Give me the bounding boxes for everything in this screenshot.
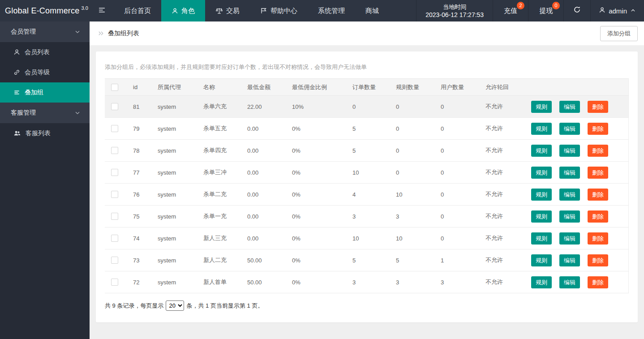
cell-min_amount: 22.00 (240, 96, 285, 118)
rule-button[interactable]: 规则 (531, 232, 552, 245)
chevron-down-icon (74, 110, 81, 116)
delete-button[interactable]: 删除 (588, 145, 608, 157)
delete-button[interactable]: 删除 (588, 232, 608, 245)
cell-id: 76 (126, 184, 151, 206)
cell-min_amount: 0.00 (240, 118, 285, 140)
sidebar-item-label: 会员等级 (25, 69, 50, 77)
rule-button[interactable]: 规则 (531, 189, 552, 201)
row-checkbox-cell (105, 227, 126, 249)
edit-button[interactable]: 编辑 (559, 101, 580, 113)
row-checkbox-cell (105, 140, 126, 162)
row-checkbox[interactable] (111, 125, 118, 132)
row-checkbox-cell (105, 271, 126, 293)
delete-button[interactable]: 删除 (588, 167, 608, 179)
cell-id: 81 (126, 96, 151, 118)
nav-item-6[interactable]: 商城 (355, 0, 389, 21)
table-header-row: id所属代理名称最低金额最低佣金比例订单数量规则数量用户数量允许轮回 (105, 79, 629, 96)
user-icon (599, 7, 605, 15)
local-time-value: 2023-06-12 17:27:53 (425, 11, 484, 19)
edit-button[interactable]: 编辑 (559, 123, 580, 135)
sidebar-item-客服列表[interactable]: 客服列表 (0, 123, 90, 143)
rule-button[interactable]: 规则 (531, 123, 552, 135)
edit-button[interactable]: 编辑 (559, 167, 580, 179)
nav-item-4[interactable]: 帮助中心 (250, 0, 308, 21)
sidebar-group-label: 会员管理 (11, 28, 36, 36)
cell-id: 77 (126, 162, 151, 184)
cell-loop: 不允许 (479, 184, 524, 206)
top-nav: 后台首页角色交易帮助中心系统管理商城 (114, 0, 389, 21)
delete-button[interactable]: 删除 (588, 189, 608, 201)
delete-button[interactable]: 删除 (588, 101, 608, 113)
nav-item-label: 后台首页 (124, 7, 151, 15)
cell-orders: 5 (346, 249, 389, 271)
admin-menu[interactable]: admin (591, 0, 644, 21)
edit-button[interactable]: 编辑 (559, 189, 580, 201)
cell-loop: 不允许 (479, 227, 524, 249)
row-checkbox[interactable] (111, 147, 118, 154)
cell-id: 73 (126, 249, 151, 271)
sidebar-item-会员列表[interactable]: 会员列表 (0, 42, 90, 62)
edit-button[interactable]: 编辑 (559, 232, 580, 245)
nav-item-5[interactable]: 系统管理 (308, 0, 355, 21)
row-checkbox[interactable] (111, 103, 118, 110)
rule-button[interactable]: 规则 (531, 101, 552, 113)
edit-button[interactable]: 编辑 (559, 210, 580, 223)
sidebar-group-2[interactable]: 客服管理 (0, 103, 90, 123)
row-checkbox-cell (105, 184, 126, 206)
cell-loop: 不允许 (479, 271, 524, 293)
nav-item-label: 角色 (181, 7, 195, 15)
table-row: 75system杀单一充0.000%330不允许规则编辑删除 (105, 206, 629, 227)
delete-button[interactable]: 删除 (588, 254, 608, 266)
row-checkbox[interactable] (111, 279, 118, 286)
link-icon (13, 69, 20, 76)
cell-agent: system (151, 227, 197, 249)
cell-min_amount: 0.00 (240, 184, 285, 206)
delete-button[interactable]: 删除 (588, 276, 608, 288)
per-page-select[interactable]: 20 (166, 300, 184, 311)
row-checkbox[interactable] (111, 235, 118, 242)
sidebar-item-会员等级[interactable]: 会员等级 (0, 62, 90, 82)
refresh-button[interactable] (564, 0, 591, 21)
cell-min_amount: 0.00 (240, 206, 285, 227)
nav-item-1[interactable]: 后台首页 (114, 0, 161, 21)
topbar-right: 当地时间 2023-06-12 17:27:53 充值 2 提现 0 admin (416, 0, 644, 21)
chevron-up-icon (630, 7, 636, 15)
nav-item-2[interactable]: 角色 (161, 0, 205, 21)
table-row: 79system杀单五充0.000%500不允许规则编辑删除 (105, 118, 629, 140)
withdraw-badge: 0 (552, 2, 560, 9)
delete-button[interactable]: 删除 (588, 210, 608, 223)
flag-icon (260, 7, 267, 14)
sidebar-group-1[interactable]: 会员管理 (0, 21, 90, 42)
table-body: 81system杀单六充22.0010%000不允许规则编辑删除79system… (105, 96, 629, 293)
sidebar-toggle-button[interactable] (90, 0, 114, 21)
sidebar-item-label: 会员列表 (25, 48, 50, 56)
cell-orders: 4 (346, 184, 389, 206)
rule-button[interactable]: 规则 (531, 167, 552, 179)
edit-button[interactable]: 编辑 (559, 145, 580, 157)
delete-button[interactable]: 删除 (588, 123, 608, 135)
edit-button[interactable]: 编辑 (559, 254, 580, 266)
select-all-checkbox[interactable] (111, 84, 118, 91)
row-checkbox[interactable] (111, 213, 118, 220)
rule-button[interactable]: 规则 (531, 145, 552, 157)
row-checkbox[interactable] (111, 191, 118, 198)
rule-button[interactable]: 规则 (531, 254, 552, 266)
user-icon (13, 49, 20, 56)
recharge-tab[interactable]: 充值 2 (493, 0, 528, 21)
row-checkbox-cell (105, 206, 126, 227)
row-checkbox[interactable] (111, 169, 118, 176)
row-checkbox[interactable] (111, 257, 118, 264)
rule-button[interactable]: 规则 (531, 276, 552, 288)
row-actions: 规则编辑删除 (524, 162, 629, 184)
cell-rules: 0 (389, 118, 434, 140)
withdraw-tab[interactable]: 提现 0 (528, 0, 564, 21)
cell-min_amount: 0.00 (240, 162, 285, 184)
cell-min_commission: 0% (285, 227, 346, 249)
edit-button[interactable]: 编辑 (559, 276, 580, 288)
rule-button[interactable]: 规则 (531, 210, 552, 223)
sidebar-item-叠加组[interactable]: 叠加组 (0, 82, 90, 103)
add-group-button[interactable]: 添加分组 (600, 26, 638, 41)
nav-item-3[interactable]: 交易 (205, 0, 250, 21)
cell-agent: system (151, 140, 197, 162)
group-list-card: 添加分组后，必须添加规则，并且规则需要对应好订单个数，若出现不对称情况，会导致用… (96, 51, 638, 322)
